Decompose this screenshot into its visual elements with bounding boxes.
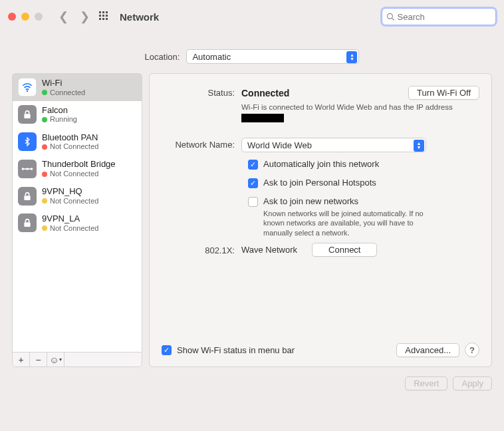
- remove-service-button[interactable]: −: [30, 353, 47, 366]
- tb-icon: [18, 160, 37, 178]
- hotspot-label: Ask to join Personal Hotspots: [263, 178, 376, 188]
- svg-line-10: [392, 18, 394, 20]
- add-service-button[interactable]: +: [13, 353, 30, 366]
- service-status: Connected: [42, 88, 85, 97]
- lock-icon: [18, 214, 37, 232]
- service-status: Not Connected: [42, 170, 116, 178]
- window-controls: [8, 13, 43, 21]
- auto-join-checkbox[interactable]: [248, 160, 258, 170]
- svg-rect-2: [106, 11, 108, 13]
- minimize-window[interactable]: [21, 13, 29, 21]
- sidebar-footer: + − ☺︎▾: [13, 352, 142, 366]
- close-window[interactable]: [8, 13, 16, 21]
- network-name-select[interactable]: World Wide Web ▲▼: [241, 138, 426, 152]
- 8021x-label: 802.1X:: [162, 243, 241, 255]
- back-button[interactable]: ❮: [56, 9, 70, 24]
- service-9vpn_la[interactable]: 9VPN_LANot Connected: [13, 210, 142, 237]
- service-status: Not Connected: [42, 142, 98, 151]
- service-actions-button[interactable]: ☺︎▾: [47, 353, 64, 366]
- svg-rect-1: [102, 11, 104, 13]
- svg-rect-3: [99, 15, 101, 17]
- service-thunderbolt-bridge[interactable]: Thunderbolt BridgeNot Connected: [13, 155, 142, 182]
- window-title: Network: [120, 11, 159, 23]
- details-panel: Status: Connected Turn Wi-Fi Off Wi-Fi i…: [149, 73, 492, 367]
- chevron-updown-icon: ▲▼: [346, 51, 357, 63]
- service-sidebar: Wi-FiConnectedFalconRunningBluetooth PAN…: [12, 73, 142, 367]
- svg-rect-7: [102, 18, 104, 20]
- show-status-label: Show Wi-Fi status in menu bar: [177, 345, 295, 355]
- chevron-updown-icon: ▲▼: [414, 140, 424, 152]
- service-wi-fi[interactable]: Wi-FiConnected: [13, 74, 142, 101]
- search-icon: [386, 12, 395, 21]
- search-input[interactable]: [398, 12, 491, 22]
- service-list: Wi-FiConnectedFalconRunningBluetooth PAN…: [13, 74, 142, 352]
- service-name: Thunderbolt Bridge: [42, 159, 116, 170]
- service-9vpn_hq[interactable]: 9VPN_HQNot Connected: [13, 182, 142, 210]
- search-field[interactable]: [382, 8, 496, 25]
- service-name: Bluetooth PAN: [42, 132, 98, 143]
- svg-rect-0: [99, 11, 101, 13]
- svg-rect-6: [99, 18, 101, 20]
- svg-rect-4: [102, 15, 104, 17]
- ask-new-description: Known networks will be joined automatica…: [263, 209, 443, 237]
- advanced-button[interactable]: Advanced...: [396, 343, 459, 357]
- service-status: Running: [42, 115, 77, 124]
- svg-rect-5: [106, 15, 108, 17]
- service-name: Falcon: [42, 105, 77, 116]
- 8021x-value: Wave Network: [241, 245, 297, 255]
- location-label: Location:: [145, 52, 180, 62]
- toggle-wifi-button[interactable]: Turn Wi-Fi Off: [408, 86, 479, 100]
- redacted-ip: [241, 114, 284, 122]
- svg-rect-16: [23, 168, 31, 170]
- location-select[interactable]: Automatic ▲▼: [186, 49, 359, 64]
- auto-join-label: Automatically join this network: [263, 159, 379, 169]
- apply-button[interactable]: Apply: [453, 376, 492, 390]
- network-name-label: Network Name:: [162, 138, 241, 150]
- show-status-checkbox[interactable]: [162, 345, 172, 355]
- service-status: Not Connected: [42, 224, 98, 233]
- status-value: Connected: [241, 88, 289, 98]
- hotspot-checkbox[interactable]: [248, 178, 258, 188]
- bt-icon: [18, 132, 37, 151]
- status-label: Status:: [162, 86, 241, 98]
- ask-new-checkbox[interactable]: [248, 197, 258, 207]
- svg-point-11: [27, 90, 28, 92]
- service-name: 9VPN_HQ: [42, 186, 98, 197]
- zoom-window: [35, 13, 43, 21]
- footer: Revert Apply: [0, 367, 504, 390]
- status-description: Wi-Fi is connected to World Wide Web and…: [241, 102, 479, 123]
- location-value: Automatic: [192, 52, 231, 62]
- location-row: Location: Automatic ▲▼: [0, 33, 504, 73]
- help-button[interactable]: ?: [465, 343, 479, 357]
- network-name-value: World Wide Web: [247, 140, 312, 150]
- svg-rect-8: [106, 18, 108, 20]
- lock-icon: [18, 105, 37, 124]
- ask-new-label: Ask to join new networks: [263, 196, 358, 206]
- toolbar: ❮ ❯ Network: [0, 0, 504, 33]
- service-status: Not Connected: [42, 197, 98, 206]
- wifi-icon: [18, 78, 37, 96]
- revert-button[interactable]: Revert: [405, 376, 447, 390]
- service-name: Wi-Fi: [42, 78, 85, 88]
- forward-button[interactable]: ❯: [77, 9, 92, 24]
- service-falcon[interactable]: FalconRunning: [13, 101, 142, 128]
- lock-icon: [18, 187, 37, 206]
- svg-rect-17: [24, 196, 30, 200]
- svg-rect-12: [24, 114, 30, 119]
- svg-rect-18: [24, 223, 30, 227]
- service-bluetooth-pan[interactable]: Bluetooth PANNot Connected: [13, 128, 142, 156]
- connect-button[interactable]: Connect: [312, 243, 377, 257]
- svg-point-9: [388, 13, 393, 19]
- service-name: 9VPN_LA: [42, 214, 98, 224]
- show-all-icon[interactable]: [98, 11, 109, 23]
